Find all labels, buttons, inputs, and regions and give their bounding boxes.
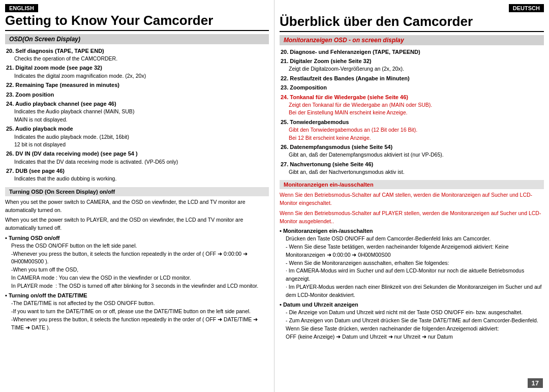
- monitoranzeigen-toggle-header: Monitoranzeigen ein-/ausschalten: [280, 180, 544, 189]
- bullet1-line3: -When you turn off the OSD,: [11, 266, 269, 274]
- r-bullet1-title: • Monitoranzeigen ein-/ausschalten: [280, 228, 544, 234]
- r-bullet1-line2: - Wenn Sie diese Taste betätigen, werden…: [286, 243, 544, 259]
- list-item: 26. Datenempfangsmodus (siehe Seite 54) …: [281, 143, 544, 159]
- item-24-sub1: Indicates the Audio playback channel (MA…: [6, 108, 134, 114]
- r-bullet2-content: - Die Anzeige von Datum und Uhrzeit wird…: [280, 309, 544, 341]
- item-24-label: 24. Audio playback channel (see page 46): [6, 101, 116, 107]
- r-item-27-sub: Gibt an, daß der Nachvertonungsmodus akt…: [281, 169, 405, 175]
- turning-body2: When you set the power switch to PLAYER,…: [5, 216, 269, 232]
- bullet1-line2: -Whenever you press the button, it selec…: [11, 250, 269, 266]
- bullet1-line5: In PLAYER mode : The OSD is turned off a…: [11, 282, 269, 290]
- right-page-title: Überblick über den Camcorder: [280, 14, 544, 32]
- left-page-title: Getting to Know Your Camcorder: [5, 13, 269, 31]
- r-item-21-sub: Zeigt die Digitalzoom-Vergrößerung an (2…: [281, 66, 404, 72]
- item-27-sub: Indicates that the audio dubbing is work…: [6, 175, 116, 182]
- list-item: 21. Digital zoom mode (see page 32) Indi…: [6, 64, 269, 80]
- r-bullet1-content: Drücken den Taste OSD ON/OFF auf dem Cam…: [280, 235, 544, 299]
- list-item: 20. Self diagnosis (TAPE, TAPE END) Chec…: [6, 47, 269, 63]
- list-item: 27. DUB (see page 46) Indicates that the…: [6, 167, 269, 183]
- list-item: 24. Audio playback channel (see page 46)…: [6, 100, 269, 124]
- item-21-sub: Indicates the digital zoom magnification…: [6, 73, 146, 79]
- list-item: 26. DV IN (DV data receiving mode) (see …: [6, 150, 269, 166]
- list-item: 22. Remaining Tape (measured in minutes): [6, 81, 269, 89]
- item-21-label: 21. Digital zoom mode (see page 32): [6, 65, 102, 71]
- r-bullet1-line3: - Wenn Sie die Monitoranzeigen ausschalt…: [286, 259, 544, 267]
- item-23-label: 23. Zoom position: [6, 92, 54, 98]
- item-25-sub2: 12 bit is not displayed: [6, 141, 66, 147]
- monitor-body2: Wenn Sie den Betriebsmodus-Schalter auf …: [280, 209, 544, 226]
- list-item: 24. Tonkanal für die Wiedergabe (siehe S…: [281, 94, 544, 117]
- turning-body1: When you set the power switch to CAMERA,…: [5, 198, 269, 215]
- turning-osd-header: Turning OSD (On Screen Display) on/off: [5, 187, 269, 196]
- list-item: 25. Audio playback mode Indicates the au…: [6, 125, 269, 148]
- bullet2-content: -The DATE/TIME is not affected by the OS…: [5, 299, 269, 331]
- left-column: ENGLISH Getting to Know Your Camcorder O…: [0, 0, 274, 392]
- list-item: 27. Nachvertonung (siehe Seite 46) Gibt …: [281, 161, 544, 176]
- r-item-22-label: 22. Restlaufzeit des Bandes (Angabe in M…: [281, 75, 410, 81]
- r-bullet2-line1: - Die Anzeige von Datum und Uhrzeit wird…: [286, 309, 544, 317]
- item-25-label: 25. Audio playback mode: [6, 126, 73, 132]
- right-lang-badge-wrap: DEUTSCH: [280, 4, 544, 13]
- item-22-label: 22. Remaining Tape (measured in minutes): [6, 82, 119, 88]
- item-20-label: 20. Self diagnosis (TAPE, TAPE END): [6, 48, 104, 54]
- monitoranzeigen-section-header: Monitoranzeigen OSD - on screen display: [280, 35, 544, 45]
- r-item-25-sub1: Gibt den Tonwiedergabemodus an (12 Bit o…: [281, 127, 417, 133]
- item-25-sub1: Indicates the audio playback mode. (12bi…: [6, 134, 129, 140]
- item-27-label: 27. DUB (see page 46): [6, 168, 65, 174]
- bullet2-line3: -Whenever you press the button, it selec…: [11, 316, 269, 332]
- list-item: 21. Digitaler Zoom (siehe Seite 32) Zeig…: [281, 57, 544, 73]
- r-item-26-label: 26. Datenempfangsmodus (siehe Seite 54): [281, 144, 392, 150]
- osd-section-header: OSD(On Screen Display): [5, 34, 269, 44]
- monitor-body1: Wenn Sie den Betriebsmodus-Schalter auf …: [280, 191, 544, 207]
- left-items-list: 20. Self diagnosis (TAPE, TAPE END) Chec…: [5, 47, 269, 183]
- r-bullet1-line5: · Im PLAYER-Modus werden nach einer Blin…: [286, 283, 544, 299]
- r-item-21-label: 21. Digitaler Zoom (siehe Seite 32): [281, 58, 372, 64]
- bullet2-line2: -If you want to turn the DATE/TIME on or…: [11, 308, 269, 316]
- page-number: 17: [528, 378, 543, 388]
- bullet2-line1: -The DATE/TIME is not affected by the OS…: [11, 299, 269, 308]
- r-item-23-label: 23. Zoomposition: [281, 84, 327, 91]
- r-item-25-label: 25. Tonwiedergabemodus: [281, 119, 349, 125]
- r-item-20-label: 20. Diagnose- und Fehleranzeigen (TAPE, …: [281, 49, 420, 55]
- list-item: 23. Zoomposition: [281, 84, 544, 92]
- item-26-label: 26. DV IN (DV data receiving mode) (see …: [6, 150, 138, 157]
- right-items-list: 20. Diagnose- und Fehleranzeigen (TAPE, …: [280, 48, 544, 176]
- bullet1-title: • Turning OSD on/off: [5, 235, 269, 241]
- english-badge: ENGLISH: [5, 4, 38, 12]
- list-item: 23. Zoom position: [6, 91, 269, 99]
- r-bullet2-line3: OFF (keine Anzeige) ➜ Datum und Uhrzeit …: [286, 333, 544, 341]
- bullet2-title: • Turning on/off the DATE/TIME: [5, 292, 269, 298]
- bullet1-content: Press the OSD ON/OFF button on the left …: [5, 242, 269, 290]
- r-item-24-sub2: Bei der Einstellung MAIN erscheint keine…: [281, 109, 407, 115]
- right-column: DEUTSCH Überblick über den Camcorder Mon…: [274, 0, 549, 392]
- bullet1-line4: In CAMERA mode : You can view the OSD in…: [11, 274, 269, 282]
- r-bullet2-title: • Datum und Uhrzeit anzeigen: [280, 301, 544, 308]
- left-lang-badge-wrap: ENGLISH: [5, 4, 269, 13]
- list-item: 25. Tonwiedergabemodus Gibt den Tonwiede…: [281, 118, 544, 142]
- deutsch-badge: DEUTSCH: [509, 4, 544, 12]
- item-20-sub: Checks the operation of the CAMCORDER.: [6, 55, 117, 62]
- r-item-27-label: 27. Nachvertonung (siehe Seite 46): [281, 161, 373, 167]
- r-bullet2-line2: - Zum Anzeigen von Datum und Uhrzeit drü…: [286, 317, 544, 333]
- r-bullet1-line1: Drücken den Taste OSD ON/OFF auf dem Cam…: [286, 235, 544, 243]
- bullet1-line1: Press the OSD ON/OFF button on the left …: [11, 242, 269, 250]
- r-item-24-label: 24. Tonkanal für die Wiedergabe (siehe S…: [281, 94, 408, 100]
- item-26-sub: Indicates that the DV data receiving mod…: [6, 159, 178, 165]
- list-item: 22. Restlaufzeit des Bandes (Angabe in M…: [281, 75, 544, 82]
- list-item: 20. Diagnose- und Fehleranzeigen (TAPE, …: [281, 48, 544, 56]
- r-bullet1-line4: · Im CAMERA-Modus wird im Sucher und auf…: [286, 267, 544, 283]
- r-item-24-sub1: Zeigt den Tonkanal für die Wiedergabe an…: [281, 102, 432, 108]
- r-item-25-sub2: Bei 12 Bit erscheint keine Anzeige.: [281, 135, 371, 141]
- r-item-26-sub: Gibt an, daß der Datenempfangsmodus akti…: [281, 152, 444, 158]
- item-24-sub2: MAIN is not displayed.: [6, 116, 67, 123]
